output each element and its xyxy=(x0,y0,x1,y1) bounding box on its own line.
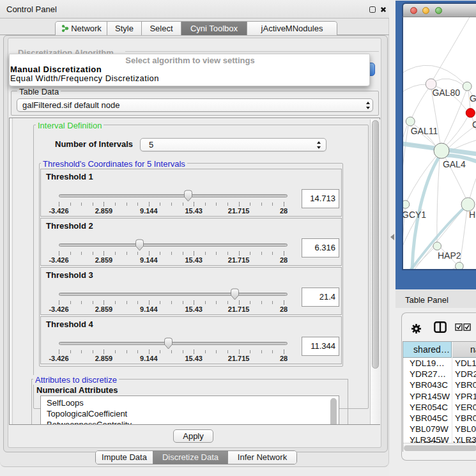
svg-text:GAL11: GAL11 xyxy=(411,126,438,136)
svg-text:H: H xyxy=(469,210,475,220)
svg-text:C: C xyxy=(472,119,476,130)
svg-text:GCY1: GCY1 xyxy=(403,210,426,220)
svg-text:HAP2: HAP2 xyxy=(438,250,461,261)
svg-text:GAL4: GAL4 xyxy=(443,159,466,169)
svg-text:GAL80: GAL80 xyxy=(432,88,460,98)
svg-text:GA: GA xyxy=(470,93,476,104)
